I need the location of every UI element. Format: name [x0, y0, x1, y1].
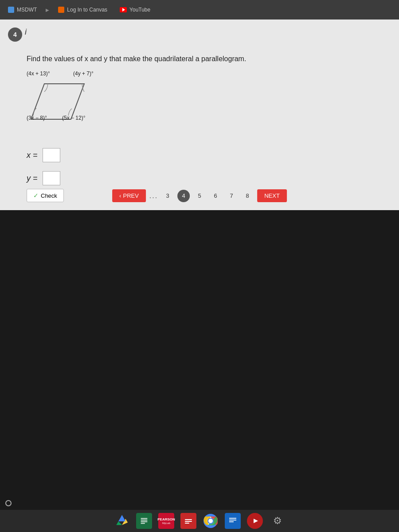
bottom-left-angle-label: (3x − 8)° — [27, 115, 47, 121]
tab-youtube[interactable]: YouTube — [116, 5, 154, 15]
svg-rect-9 — [185, 523, 189, 524]
svg-rect-14 — [228, 516, 238, 526]
y-input[interactable] — [43, 171, 60, 185]
taskbar-media-player[interactable] — [247, 513, 263, 529]
check-button[interactable]: ✓ Check — [27, 189, 64, 202]
x-input[interactable] — [43, 148, 60, 162]
nav-num-6[interactable]: 6 — [209, 190, 222, 202]
nav-num-5[interactable]: 5 — [193, 190, 206, 202]
canvas-icon — [58, 7, 64, 13]
taskbar-files[interactable] — [180, 513, 196, 529]
taskbar-notes[interactable] — [225, 513, 241, 529]
svg-rect-5 — [141, 523, 145, 524]
prev-arrow-icon: ‹ — [119, 192, 121, 199]
y-input-row: y = — [27, 171, 60, 185]
tab-msdwt-label: MSDWT — [17, 7, 37, 13]
taskbar-circle-indicator — [5, 500, 12, 506]
tab-divider-1: ▶ — [46, 8, 49, 12]
info-icon[interactable]: i — [25, 27, 27, 37]
nav-dots: ... — [149, 192, 158, 200]
y-label: y = — [27, 174, 39, 183]
x-input-row: x = — [27, 148, 60, 162]
top-left-angle-label: (4x + 13)° — [27, 70, 50, 77]
browser-bar: MSDWT ▶ Log In to Canvas YouTube — [0, 0, 399, 20]
svg-marker-0 — [31, 84, 84, 119]
tab-canvas-label: Log In to Canvas — [67, 7, 107, 13]
nav-num-4-active[interactable]: 4 — [177, 190, 190, 202]
taskbar-chrome[interactable] — [203, 513, 219, 529]
svg-rect-16 — [229, 520, 236, 520]
svg-rect-1 — [139, 516, 149, 526]
svg-rect-17 — [229, 521, 234, 522]
question-text: Find the values of x and y that make the… — [27, 55, 246, 63]
problem-number-badge: 4 — [8, 27, 22, 42]
svg-rect-2 — [141, 518, 148, 519]
tab-youtube-label: YouTube — [129, 7, 150, 13]
taskbar-google-drive[interactable] — [114, 513, 130, 529]
navigation-bar: ‹ PREV ... 3 4 5 6 7 8 NEXT — [112, 189, 287, 202]
svg-rect-7 — [185, 519, 192, 520]
youtube-icon — [120, 7, 127, 12]
nav-num-3[interactable]: 3 — [161, 190, 174, 202]
top-right-angle-label: (4y + 7)° — [73, 70, 94, 77]
diagram-area: (4x + 13)° (4y + 7)° (3x − 8)° (5x − 12)… — [27, 70, 115, 141]
main-content: 4 i Find the values of x and y that make… — [0, 20, 399, 210]
svg-rect-8 — [185, 521, 192, 522]
svg-rect-15 — [229, 518, 236, 519]
nav-num-7[interactable]: 7 — [225, 190, 238, 202]
taskbar-settings[interactable]: ⚙ — [269, 513, 285, 529]
next-button[interactable]: NEXT — [257, 189, 287, 202]
bottom-right-angle-label: (5x − 12)° — [62, 115, 86, 121]
check-icon: ✓ — [33, 192, 39, 199]
nav-num-8[interactable]: 8 — [241, 190, 254, 202]
tab-msdwt[interactable]: MSDWT — [4, 5, 40, 15]
taskbar: PEARSON MyLab — [0, 510, 399, 532]
svg-rect-4 — [141, 521, 148, 522]
svg-point-13 — [208, 519, 213, 523]
prev-button[interactable]: ‹ PREV — [112, 189, 146, 202]
tab-canvas[interactable]: Log In to Canvas — [55, 5, 111, 15]
input-section: x = y = — [27, 148, 60, 194]
taskbar-pearson[interactable]: PEARSON MyLab — [158, 513, 174, 529]
taskbar-google-sheets[interactable] — [136, 513, 152, 529]
x-label: x = — [27, 151, 39, 160]
svg-rect-3 — [141, 520, 148, 520]
msdwt-icon — [8, 7, 14, 13]
